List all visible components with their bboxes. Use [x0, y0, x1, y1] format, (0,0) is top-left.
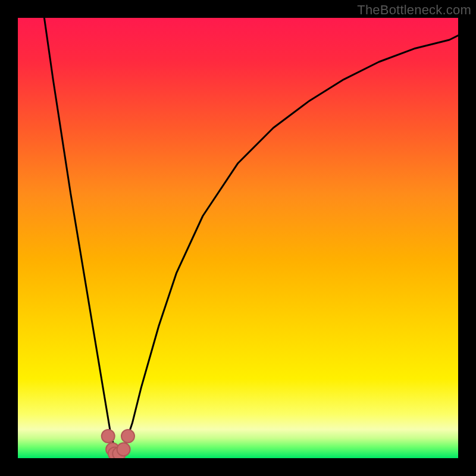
marker-point — [102, 430, 115, 443]
watermark-text: TheBottleneck.com — [357, 2, 471, 18]
marker-point — [121, 430, 134, 443]
chart-frame — [18, 18, 458, 458]
bottleneck-chart — [18, 18, 458, 458]
chart-background-gradient — [18, 18, 458, 458]
marker-point — [117, 443, 130, 456]
